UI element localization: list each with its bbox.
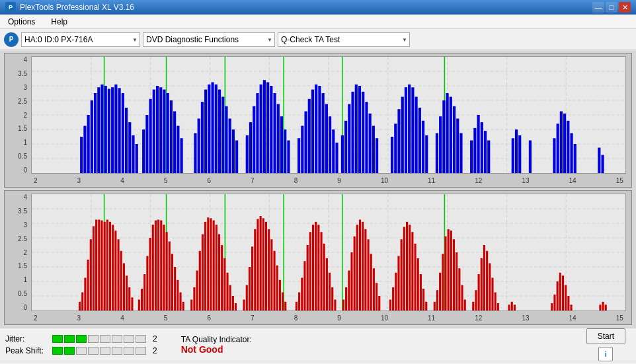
bottom-chart-inner: [31, 194, 626, 311]
svg-rect-257: [376, 283, 378, 310]
svg-rect-256: [373, 268, 375, 310]
svg-rect-172: [112, 225, 114, 310]
svg-rect-52: [198, 119, 200, 174]
svg-rect-188: [160, 221, 162, 310]
svg-rect-216: [249, 267, 251, 310]
svg-rect-251: [359, 220, 361, 311]
peak-shift-cell-8: [136, 347, 146, 355]
svg-rect-33: [118, 88, 121, 173]
device-select-wrapper[interactable]: HA:0 ID:0 PX-716A: [21, 32, 140, 47]
svg-rect-278: [448, 229, 450, 310]
top-chart-svg: [32, 57, 625, 173]
svg-rect-78: [301, 126, 303, 174]
function-select[interactable]: DVD Diagnostic Functions: [143, 32, 275, 47]
svg-rect-202: [204, 222, 206, 310]
svg-rect-294: [497, 303, 499, 310]
svg-rect-308: [605, 305, 607, 310]
svg-rect-104: [405, 87, 407, 173]
menu-help[interactable]: Help: [46, 16, 73, 28]
svg-rect-39: [142, 129, 145, 173]
svg-rect-120: [473, 128, 476, 173]
svg-rect-161: [81, 293, 83, 311]
svg-rect-238: [317, 225, 319, 310]
svg-rect-187: [157, 220, 159, 311]
jitter-cell-2: [64, 335, 75, 343]
svg-rect-247: [348, 271, 350, 311]
svg-rect-194: [177, 280, 179, 310]
svg-rect-134: [570, 133, 573, 174]
svg-rect-110: [425, 135, 428, 173]
svg-rect-64: [246, 135, 249, 173]
svg-rect-293: [495, 293, 497, 311]
svg-rect-290: [486, 251, 488, 310]
top-chart: 4 3.5 3 2.5 2 1.5 1 0.5 0: [4, 53, 632, 188]
svg-rect-301: [559, 273, 561, 310]
svg-rect-46: [167, 93, 169, 173]
info-button[interactable]: i: [598, 347, 613, 361]
top-chart-inner: [31, 56, 626, 174]
minimize-button[interactable]: —: [592, 2, 604, 13]
svg-rect-82: [315, 85, 317, 173]
svg-rect-221: [262, 218, 264, 310]
svg-rect-37: [132, 135, 134, 173]
svg-rect-80: [308, 99, 311, 173]
svg-rect-302: [562, 275, 564, 310]
svg-rect-107: [415, 97, 418, 174]
menu-options[interactable]: Options: [3, 16, 40, 28]
svg-rect-168: [100, 221, 102, 310]
ta-quality-value: Not Good: [181, 344, 223, 355]
svg-rect-162: [84, 278, 86, 311]
svg-rect-121: [477, 115, 480, 173]
maximize-button[interactable]: □: [606, 2, 617, 13]
svg-rect-195: [179, 293, 181, 311]
svg-rect-214: [243, 300, 245, 311]
svg-rect-133: [567, 121, 569, 173]
svg-rect-244: [334, 300, 336, 311]
svg-rect-100: [391, 137, 393, 173]
svg-rect-76: [287, 141, 290, 174]
svg-rect-170: [106, 220, 108, 311]
menu-bar: Options Help: [0, 15, 636, 29]
svg-rect-236: [312, 225, 314, 310]
close-button[interactable]: ✕: [619, 2, 631, 13]
test-select[interactable]: Q-Check TA Test: [278, 32, 410, 47]
svg-rect-90: [344, 121, 347, 173]
svg-rect-200: [199, 251, 201, 310]
device-select[interactable]: HA:0 ID:0 PX-716A: [21, 32, 140, 47]
svg-rect-103: [401, 97, 404, 174]
svg-rect-67: [256, 93, 258, 173]
peak-shift-cell-1: [52, 347, 63, 355]
chart-area: 4 3.5 3 2.5 2 1.5 1 0.5 0: [0, 50, 636, 328]
svg-rect-203: [207, 217, 209, 310]
svg-rect-258: [378, 296, 380, 310]
svg-rect-167: [98, 220, 100, 311]
peak-shift-cell-5: [100, 347, 110, 355]
svg-rect-283: [461, 285, 463, 311]
title-bar: P PlexTools Professional XL V3.16 — □ ✕: [0, 0, 636, 15]
svg-rect-164: [90, 239, 92, 310]
svg-rect-299: [553, 295, 555, 310]
ta-quality-label: TA Quality Indicator:: [181, 335, 252, 344]
start-button[interactable]: Start: [586, 328, 625, 344]
svg-rect-115: [450, 97, 452, 174]
peak-shift-cell-4: [88, 347, 99, 355]
svg-rect-198: [193, 287, 195, 310]
svg-rect-232: [301, 278, 303, 311]
svg-rect-281: [456, 252, 457, 310]
svg-rect-205: [213, 221, 215, 310]
svg-rect-210: [226, 273, 228, 310]
svg-rect-183: [146, 256, 148, 311]
svg-rect-268: [414, 244, 416, 310]
svg-rect-175: [120, 251, 122, 310]
svg-rect-220: [260, 216, 262, 310]
svg-rect-288: [481, 258, 483, 310]
function-select-wrapper[interactable]: DVD Diagnostic Functions: [143, 32, 275, 47]
svg-rect-230: [296, 302, 298, 310]
svg-rect-211: [229, 285, 231, 311]
svg-rect-259: [389, 300, 391, 311]
device-icon: P: [4, 32, 19, 47]
svg-rect-255: [370, 254, 372, 310]
test-select-wrapper[interactable]: Q-Check TA Test: [278, 32, 410, 47]
svg-rect-56: [211, 83, 214, 174]
metrics-panel: Jitter: 2 Peak Shift:: [5, 334, 157, 355]
